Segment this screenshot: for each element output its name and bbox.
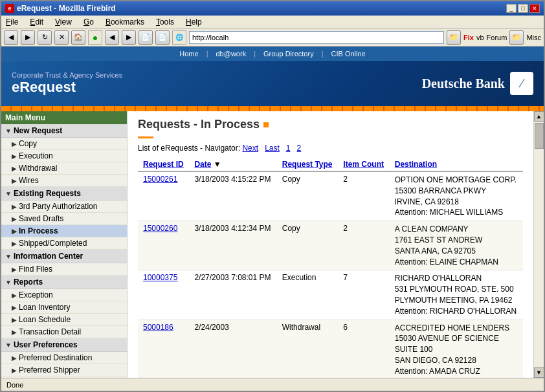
item-arrow-icon: ▶ xyxy=(12,316,17,323)
section-user-prefs-label: User Preferences xyxy=(14,340,78,349)
item-arrow-icon: ▶ xyxy=(12,304,17,311)
section-reports-title[interactable]: ▼ Reports xyxy=(1,276,127,289)
sidebar-item-3rdparty[interactable]: ▶ 3rd Party Authorization xyxy=(1,201,127,213)
fix-link[interactable]: Fix xyxy=(463,34,474,41)
item-arrow-icon: ▶ xyxy=(12,153,17,160)
navigator-label: List of eRequests - Navigator: xyxy=(138,144,240,153)
section-new-request-label: New Request xyxy=(14,126,62,135)
close-button[interactable]: ✕ xyxy=(529,4,540,13)
forward-button[interactable]: ▶ xyxy=(21,30,35,45)
nav-doc2[interactable]: 📄 xyxy=(155,30,170,45)
sidebar-item-in-process[interactable]: ▶ In Process xyxy=(1,225,127,237)
section-new-request-title[interactable]: ▼ New Request xyxy=(1,124,127,138)
home-button[interactable]: 🏠 xyxy=(71,30,85,45)
menu-bar: File Edit View Go Bookmarks Tools Help xyxy=(1,16,544,28)
bank-logo-icon: ∕ xyxy=(510,72,533,95)
menu-file[interactable]: File xyxy=(4,17,20,27)
sidebar-item-shipped-label: Shipped/Completed xyxy=(19,239,87,248)
nav-doc[interactable]: 📄 xyxy=(139,30,153,45)
col-dest-link[interactable]: Destination xyxy=(395,160,437,169)
reload-button[interactable]: ↻ xyxy=(38,30,52,45)
nav-back2[interactable]: ◀ xyxy=(105,30,119,45)
table-row: 5000186 2/24/2003 Withdrawal 6 ACCREDITE… xyxy=(138,320,523,378)
orange-divider xyxy=(138,136,153,138)
sidebar-item-saved-drafts[interactable]: ▶ Saved Drafts xyxy=(1,213,127,225)
folder-icon[interactable]: 📁 xyxy=(447,30,461,45)
page-icon[interactable]: 🌐 xyxy=(172,30,186,45)
address-bar[interactable] xyxy=(189,31,444,44)
cell-count: 7 xyxy=(338,270,389,320)
sidebar-item-copy[interactable]: ▶ Copy xyxy=(1,138,127,150)
sidebar-item-pref-dest-label: Preferred Destination xyxy=(19,353,92,362)
col-dest: Destination xyxy=(390,158,523,171)
main-layout: Main Menu ▼ New Request ▶ Copy ▶ Executi… xyxy=(1,111,544,378)
sidebar-item-pref-shipper[interactable]: ▶ Preferred Shipper xyxy=(1,364,127,376)
nav-home-link[interactable]: Home xyxy=(179,50,198,58)
sidebar-item-withdrawal[interactable]: ▶ Withdrawal xyxy=(1,162,127,175)
scroll-thumb[interactable] xyxy=(535,123,544,149)
back-button[interactable]: ◀ xyxy=(4,30,18,45)
menu-go[interactable]: Go xyxy=(82,17,96,27)
col-type-link[interactable]: Request Type xyxy=(282,160,333,169)
request-id-link[interactable]: 15000261 xyxy=(143,175,177,184)
green-circle-icon[interactable]: ● xyxy=(88,30,102,45)
sidebar-item-loan-inventory[interactable]: ▶ Loan Inventory xyxy=(1,301,127,314)
misc-link[interactable]: Misc xyxy=(526,34,541,41)
scroll-down-button[interactable]: ▼ xyxy=(534,367,544,378)
sidebar-item-exception[interactable]: ▶ Exception xyxy=(1,289,127,301)
folder2-icon[interactable]: 📁 xyxy=(509,30,524,45)
section-reports: ▼ Reports ▶ Exception ▶ Loan Inventory ▶… xyxy=(1,276,127,338)
section-info-center: ▼ Information Center ▶ Find Files xyxy=(1,250,127,276)
sidebar-item-pref-shipper-label: Preferred Shipper xyxy=(19,365,80,375)
sidebar-item-withdrawal-label: Withdrawal xyxy=(19,164,57,173)
cell-request-id: 15000261 xyxy=(138,171,189,221)
menu-edit[interactable]: Edit xyxy=(28,17,45,27)
sidebar-item-shipped-completed[interactable]: ▶ Shipped/Completed xyxy=(1,237,127,250)
sidebar-item-wires[interactable]: ▶ Wires xyxy=(1,175,127,187)
sidebar-item-loan-schedule[interactable]: ▶ Loan Schedule xyxy=(1,314,127,326)
sidebar-item-transaction-detail[interactable]: ▶ Transaction Detail xyxy=(1,326,127,338)
menu-tools[interactable]: Tools xyxy=(154,17,176,27)
col-count: Item Count xyxy=(338,158,389,171)
forum-link[interactable]: Forum xyxy=(487,34,507,41)
nav-cibonline-link[interactable]: CIB Online xyxy=(331,50,366,58)
item-arrow-icon: ▶ xyxy=(12,329,17,336)
request-id-link[interactable]: 15000260 xyxy=(143,224,177,233)
nav-last-link[interactable]: Last xyxy=(265,144,280,153)
nav-page1-link[interactable]: 1 xyxy=(286,144,291,153)
item-arrow-icon: ▶ xyxy=(12,228,17,235)
stop-button[interactable]: ✕ xyxy=(54,30,69,45)
navigator-text: List of eRequests - Navigator: Next Last… xyxy=(138,144,523,153)
request-id-link[interactable]: 10000375 xyxy=(143,273,177,282)
col-date-link[interactable]: Date xyxy=(194,160,211,169)
menu-view[interactable]: View xyxy=(53,17,74,27)
sidebar-item-pref-dest[interactable]: ▶ Preferred Destination xyxy=(1,352,127,364)
section-existing-label: Existing Requests xyxy=(14,189,81,198)
section-user-prefs-title[interactable]: ▼ User Preferences xyxy=(1,338,127,352)
cell-destination: ACCREDITED HOME LENDERS15030 AVENUE OF S… xyxy=(390,320,523,378)
item-arrow-icon: ▶ xyxy=(12,140,17,147)
table-row: 15000260 3/18/2003 4:12:34 PM Copy 2 A C… xyxy=(138,221,523,270)
scroll-up-button[interactable]: ▲ xyxy=(534,111,544,122)
sidebar-item-find-files[interactable]: ▶ Find Files xyxy=(1,263,127,276)
menu-bookmarks[interactable]: Bookmarks xyxy=(104,17,146,27)
vb-link[interactable]: vb xyxy=(476,34,484,41)
request-id-link[interactable]: 5000186 xyxy=(143,323,173,332)
sidebar-item-execution[interactable]: ▶ Execution xyxy=(1,150,127,162)
nav-next-link[interactable]: Next xyxy=(242,144,258,153)
col-request-id-link[interactable]: Request ID xyxy=(143,160,184,169)
col-count-link[interactable]: Item Count xyxy=(343,160,384,169)
section-existing-title[interactable]: ▼ Existing Requests xyxy=(1,187,127,201)
menu-help[interactable]: Help xyxy=(184,17,204,27)
minimize-button[interactable]: _ xyxy=(506,4,517,13)
sidebar-item-3rdparty-label: 3rd Party Authorization xyxy=(19,202,97,211)
section-info-title[interactable]: ▼ Information Center xyxy=(1,250,127,263)
nav-fwd2[interactable]: ▶ xyxy=(122,30,136,45)
maximize-button[interactable]: □ xyxy=(518,4,528,13)
cell-date: 2/24/2003 xyxy=(189,320,276,378)
nav-groupdir-link[interactable]: Group Directory xyxy=(263,50,314,58)
nav-page2-link[interactable]: 2 xyxy=(297,144,302,153)
bank-name: Deutsche Bank xyxy=(422,76,505,91)
nav-dbwork-link[interactable]: db@work xyxy=(216,50,247,58)
sidebar-item-find-files-label: Find Files xyxy=(19,265,52,274)
